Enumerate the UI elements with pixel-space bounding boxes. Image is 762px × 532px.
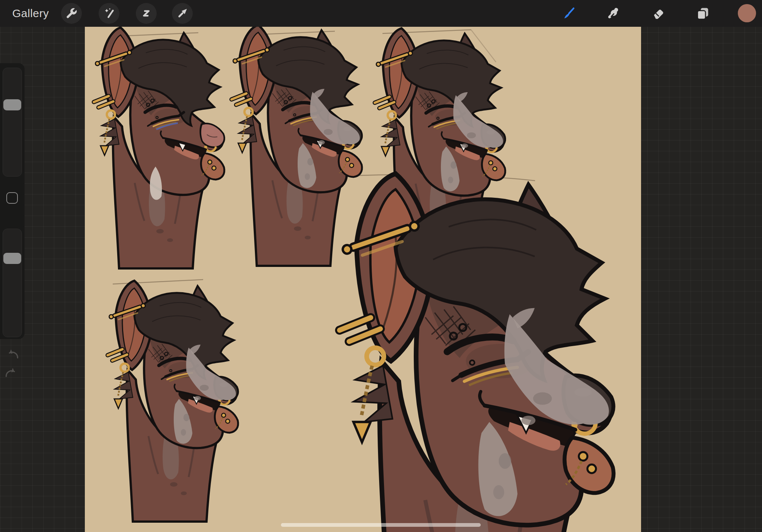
transform-arrow-icon: [176, 7, 189, 20]
wrench-icon: [65, 7, 78, 20]
home-indicator[interactable]: [281, 523, 481, 527]
selection-s-icon: [140, 7, 153, 20]
app-window: Gallery: [0, 0, 762, 532]
layers-icon: [696, 6, 710, 20]
head-sketch-large: [335, 174, 614, 532]
erase-tool-button[interactable]: [651, 6, 665, 20]
adjustments-button[interactable]: [99, 3, 119, 24]
color-swatch[interactable]: [738, 4, 756, 22]
layers-button[interactable]: [696, 6, 710, 20]
transform-button[interactable]: [172, 3, 193, 24]
head-sketch-2: [229, 27, 362, 266]
drawing-canvas[interactable]: [85, 27, 641, 532]
brush-size-slider[interactable]: [3, 68, 22, 177]
redo-arrow-icon: [4, 366, 20, 382]
magic-wand-icon: [103, 7, 115, 20]
actions-button[interactable]: [61, 3, 82, 24]
modify-button[interactable]: [6, 192, 18, 204]
redo-button[interactable]: [4, 366, 20, 382]
paint-tool-button[interactable]: [561, 6, 576, 20]
head-sketch-1: [92, 28, 224, 268]
brush-size-slider-thumb[interactable]: [3, 99, 21, 110]
opacity-slider-thumb[interactable]: [3, 253, 21, 264]
undo-arrow-icon: [4, 347, 20, 364]
gallery-button[interactable]: Gallery: [12, 7, 49, 20]
selection-button[interactable]: [136, 3, 157, 24]
artwork: [85, 27, 641, 532]
head-sketch-4: [105, 281, 238, 522]
opacity-slider[interactable]: [3, 229, 22, 337]
top-toolbar: Gallery: [0, 0, 762, 27]
smudge-tool-button[interactable]: [606, 6, 620, 20]
eraser-icon: [651, 6, 665, 20]
undo-button[interactable]: [4, 347, 20, 364]
sidebar: [0, 63, 25, 339]
smudge-finger-icon: [606, 6, 620, 20]
brush-icon: [561, 6, 576, 20]
